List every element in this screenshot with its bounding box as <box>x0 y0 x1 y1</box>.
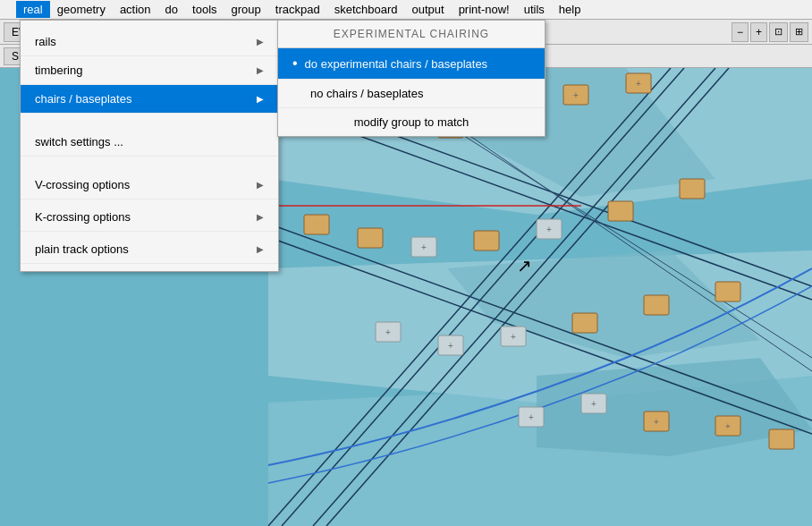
k-crossing-arrow: ▶ <box>257 212 264 222</box>
menubar-item-print-now[interactable]: print-now! <box>452 1 517 18</box>
do-experimental-bullet: • <box>292 55 298 72</box>
menubar-item-group[interactable]: group <box>224 1 268 18</box>
svg-text:+: + <box>725 421 731 431</box>
svg-rect-30 <box>680 179 705 199</box>
svg-rect-41 <box>769 429 794 449</box>
timbering-label: timbering <box>35 64 82 77</box>
svg-text:+: + <box>421 242 427 252</box>
menubar-item-tools[interactable]: tools <box>185 1 224 18</box>
svg-rect-35 <box>644 295 669 315</box>
svg-rect-34 <box>572 313 597 333</box>
menubar-item-geometry[interactable]: geometry <box>50 1 113 18</box>
modify-group-submenu-item[interactable]: modify group to match <box>278 108 545 136</box>
svg-text:+: + <box>654 417 659 427</box>
minus-btn[interactable]: − <box>732 22 749 42</box>
chairs-menu-item[interactable]: chairs / baseplates ▶ <box>21 85 278 114</box>
menubar-item-output[interactable]: output <box>404 1 451 18</box>
switch-settings-menu-item[interactable]: switch settings ... <box>21 128 278 157</box>
v-crossing-menu-item[interactable]: V-crossing options ▶ <box>21 171 278 199</box>
chairs-label: chairs / baseplates <box>35 92 131 106</box>
menubar-item-sketchboard[interactable]: sketchboard <box>327 1 405 18</box>
svg-rect-27 <box>474 231 499 250</box>
rails-arrow: ▶ <box>257 37 264 47</box>
v-crossing-label: V-crossing options <box>35 178 130 191</box>
no-chairs-submenu-item[interactable]: no chairs / baseplates <box>278 80 545 108</box>
svg-text:+: + <box>529 412 534 422</box>
plain-track-label: plain track options <box>35 242 129 256</box>
menubar-item-action[interactable]: action <box>113 1 158 18</box>
rails-menu-item[interactable]: rails ▶ <box>21 28 278 56</box>
menubar-item-real[interactable]: real <box>16 1 50 18</box>
do-experimental-submenu-item[interactable]: • do experimental chairs / baseplates <box>278 48 545 80</box>
plain-track-arrow: ▶ <box>257 244 264 254</box>
menubar-item-trackpad[interactable]: trackpad <box>268 1 327 18</box>
rails-label: rails <box>35 35 56 48</box>
fit-btn[interactable]: ⊡ <box>769 22 788 42</box>
timbering-menu-item[interactable]: timbering ▶ <box>21 56 278 85</box>
submenu-header: EXPERIMENTAL CHAIRING <box>278 21 545 48</box>
svg-text:+: + <box>546 225 552 234</box>
switch-settings-label: switch settings ... <box>35 135 123 148</box>
v-crossing-arrow: ▶ <box>257 180 264 190</box>
plain-track-menu-item[interactable]: plain track options ▶ <box>21 235 278 264</box>
svg-text:+: + <box>385 327 391 337</box>
svg-text:+: + <box>573 90 579 100</box>
menubar-item-help[interactable]: help <box>552 1 588 18</box>
menubar-item-empty[interactable] <box>0 8 16 12</box>
k-crossing-menu-item[interactable]: K-crossing options ▶ <box>21 203 278 232</box>
grid-btn[interactable]: ⊞ <box>790 22 808 42</box>
chairs-submenu: EXPERIMENTAL CHAIRING • do experimental … <box>277 20 546 137</box>
menubar: real geometry action do tools group trac… <box>0 0 812 20</box>
svg-rect-24 <box>304 215 329 234</box>
menubar-item-utils[interactable]: utils <box>517 1 552 18</box>
svg-text:+: + <box>636 79 641 89</box>
menubar-item-do[interactable]: do <box>158 1 185 18</box>
svg-text:+: + <box>448 341 453 351</box>
do-experimental-label: do experimental chairs / baseplates <box>305 57 488 71</box>
svg-rect-25 <box>358 228 383 248</box>
main-dropdown-menu: rails ▶ timbering ▶ chairs / baseplates … <box>20 20 279 272</box>
svg-text:+: + <box>591 399 596 409</box>
no-chairs-label: no chairs / baseplates <box>310 87 423 100</box>
timbering-arrow: ▶ <box>257 65 264 75</box>
svg-text:+: + <box>511 332 516 342</box>
modify-group-label: modify group to match <box>354 115 469 129</box>
k-crossing-label: K-crossing options <box>35 210 131 224</box>
svg-rect-29 <box>608 201 633 221</box>
plus-btn[interactable]: + <box>750 22 767 42</box>
chairs-arrow: ▶ <box>257 94 264 104</box>
svg-rect-36 <box>715 282 740 301</box>
